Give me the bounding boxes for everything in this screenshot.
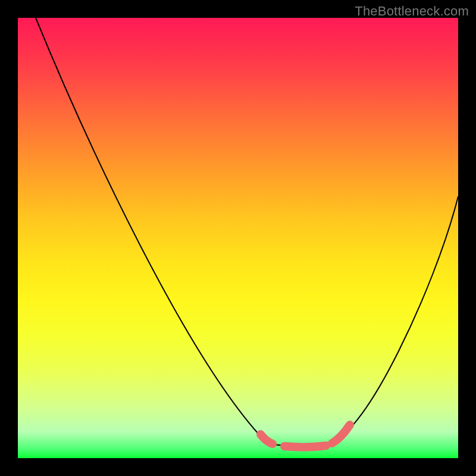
curve-right-branch [330, 196, 458, 444]
highlight-valley-floor [284, 446, 326, 447]
curve-layer [18, 18, 458, 458]
watermark-text: TheBottleneck.com [355, 4, 469, 19]
highlight-right-rise [332, 425, 350, 443]
curve-left-branch [36, 18, 280, 445]
chart-frame: TheBottleneck.com [0, 0, 476, 476]
highlight-left-dip [261, 434, 273, 444]
